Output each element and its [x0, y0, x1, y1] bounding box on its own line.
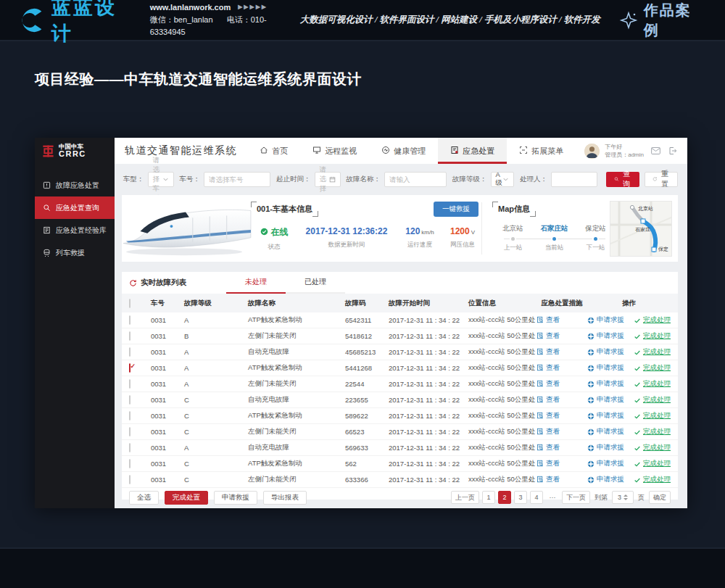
table-row: 0031A自动充电故障456852132017-12-31 11 : 34 : …	[122, 344, 678, 360]
handler-input[interactable]	[551, 172, 597, 187]
station-progress: 北京站上一站石家庄站当前站保定站下一站	[492, 224, 617, 252]
view-link[interactable]: 查看	[536, 315, 560, 325]
sidebar-item-2[interactable]: 应急处置查询	[35, 196, 115, 219]
top-nav-item-2[interactable]: 远程监视	[300, 138, 369, 164]
complete-link[interactable]: 完成处理	[634, 395, 671, 405]
footer-button-2[interactable]: 完成处置	[165, 491, 208, 505]
doc-view-icon	[536, 316, 544, 323]
view-link[interactable]: 查看	[536, 379, 560, 389]
sidebar-item-1[interactable]: 故障应急处置	[35, 174, 115, 196]
request-rescue-link[interactable]: 申请求援	[587, 475, 624, 484]
complete-link[interactable]: 完成处理	[634, 411, 671, 421]
column-header: 故障码	[345, 299, 389, 308]
car-type-select[interactable]: 请选择车型	[148, 172, 174, 187]
view-link[interactable]: 查看	[536, 347, 560, 357]
request-rescue-link[interactable]: 申请求援	[587, 427, 624, 436]
view-link[interactable]: 查看	[536, 459, 560, 468]
status-text: 在线	[271, 226, 289, 239]
view-link[interactable]: 查看	[536, 363, 560, 373]
row-checkbox[interactable]	[129, 475, 130, 484]
page-number-2[interactable]: 2	[498, 491, 511, 504]
fault-name-input[interactable]	[384, 172, 447, 187]
spinner-arrows-icon[interactable]	[624, 494, 628, 500]
row-checkbox[interactable]	[129, 395, 130, 405]
complete-link[interactable]: 完成处理	[634, 443, 671, 452]
view-link[interactable]: 查看	[536, 411, 560, 421]
page-confirm-button[interactable]: 确定	[649, 491, 671, 504]
complete-link[interactable]: 完成处理	[634, 475, 671, 484]
tab-2[interactable]: 已处理	[286, 272, 345, 294]
footer-button-3[interactable]: 申请救援	[214, 491, 257, 505]
sidebar-item-4[interactable]: 列车救援	[35, 241, 115, 264]
measure-cell: 查看	[536, 347, 587, 357]
top-nav-item-3[interactable]: 健康管理	[369, 138, 438, 164]
complete-link[interactable]: 完成处理	[634, 347, 671, 357]
complete-link[interactable]: 完成处理	[634, 459, 671, 468]
footer-button-4[interactable]: 导出报表	[263, 491, 307, 505]
row-checkbox[interactable]	[129, 363, 130, 373]
mini-map[interactable]: 北京站 石家庄 保定	[610, 201, 672, 257]
cell-name: 自动充电故障	[248, 443, 345, 452]
time-range-picker[interactable]: 请选择	[315, 172, 341, 187]
cell-name: 左侧门未能关闭	[248, 427, 345, 436]
view-link[interactable]: 查看	[536, 331, 560, 341]
request-rescue-link[interactable]: 申请求援	[587, 443, 624, 452]
request-rescue-link[interactable]: 申请求援	[587, 331, 624, 341]
request-rescue-link[interactable]: 申请求援	[587, 411, 624, 421]
avatar[interactable]	[584, 144, 600, 159]
complete-link[interactable]: 完成处理	[634, 315, 671, 325]
top-nav-item-1[interactable]: 首页	[247, 138, 300, 164]
reset-button[interactable]: 重置	[645, 172, 678, 187]
request-rescue-link[interactable]: 申请求援	[587, 395, 624, 405]
complete-link[interactable]: 完成处理	[634, 427, 671, 436]
info-card: 001-车基本信息 一键救援 在线状态2017-12-31 12:36:22数据…	[122, 195, 678, 262]
page-number-1[interactable]: 1	[482, 491, 495, 504]
page-number-4[interactable]: 4	[530, 491, 543, 504]
request-rescue-link[interactable]: 申请求援	[587, 379, 624, 389]
request-rescue-link[interactable]: 申请求援	[587, 363, 624, 373]
row-checkbox[interactable]	[129, 315, 130, 325]
row-checkbox[interactable]	[129, 459, 130, 468]
column-header: 故障开始时间	[389, 299, 468, 308]
top-nav-item-4[interactable]: 应急处置	[438, 138, 507, 164]
cell-time: 2017-12-31 11 : 34 : 22	[389, 364, 468, 372]
svg-text:石家庄: 石家庄	[635, 227, 650, 233]
page-jump-input[interactable]: 3	[612, 491, 634, 504]
request-rescue-link[interactable]: 申请求援	[587, 347, 624, 357]
complete-link[interactable]: 完成处理	[634, 331, 671, 341]
top-nav-item-5[interactable]: 拓展菜单	[507, 138, 576, 164]
speed-stat: 120km/h运行速度	[396, 226, 444, 249]
view-link[interactable]: 查看	[536, 427, 560, 436]
one-key-rescue-button[interactable]: 一键救援	[434, 202, 478, 217]
car-no-input[interactable]	[204, 172, 270, 187]
tab-1[interactable]: 未处理	[226, 272, 286, 294]
complete-link[interactable]: 完成处理	[634, 363, 671, 373]
search-button[interactable]: 查询	[606, 172, 639, 187]
lanlan-brand: 蓝蓝设计	[19, 0, 137, 46]
complete-link[interactable]: 完成处理	[634, 379, 671, 389]
view-link[interactable]: 查看	[536, 395, 560, 405]
row-checkbox[interactable]	[129, 443, 130, 452]
footer-button-1[interactable]: 全选	[129, 491, 159, 505]
top-nav-label: 拓展菜单	[531, 146, 563, 157]
request-rescue-link[interactable]: 申请求援	[587, 459, 624, 468]
page-number-3[interactable]: 3	[514, 491, 527, 504]
select-all-checkbox[interactable]	[129, 299, 130, 308]
sidebar-item-3[interactable]: 应急处置经验库	[35, 219, 115, 241]
view-link[interactable]: 查看	[536, 475, 560, 484]
view-link-label: 查看	[546, 363, 560, 373]
page-prev-button[interactable]: 上一页	[451, 491, 479, 504]
row-checkbox[interactable]	[129, 427, 130, 436]
row-checkbox[interactable]	[129, 331, 130, 341]
row-checkbox[interactable]	[129, 379, 130, 389]
view-link[interactable]: 查看	[536, 443, 560, 452]
row-checkbox[interactable]	[129, 411, 130, 421]
mail-icon[interactable]	[651, 146, 660, 155]
fault-icon	[43, 181, 51, 189]
row-checkbox[interactable]	[129, 347, 130, 357]
fault-level-select[interactable]: A级	[491, 172, 515, 187]
request-rescue-link[interactable]: 申请求援	[587, 315, 624, 325]
logout-icon[interactable]	[668, 146, 677, 155]
page-next-button[interactable]: 下一页	[562, 491, 590, 504]
cell-time: 2017-12-31 11 : 34 : 22	[389, 428, 468, 436]
